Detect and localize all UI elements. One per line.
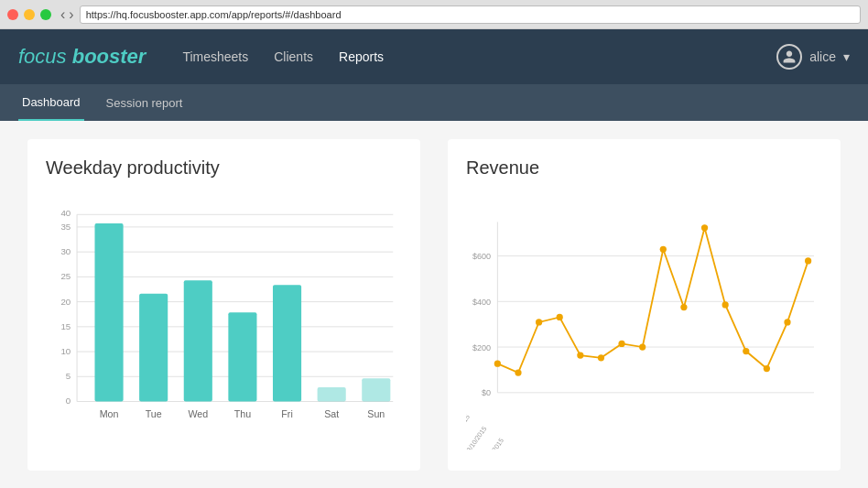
sub-nav-session-report[interactable]: Session report: [103, 84, 187, 121]
person-icon: [782, 49, 797, 64]
browser-chrome: ‹ › https://hq.focusbooster.app.com/app/…: [0, 0, 868, 29]
logo-focus: focus: [18, 45, 67, 68]
weekday-chart-title: Weekday productivity: [46, 157, 402, 179]
data-point-1: [515, 369, 521, 375]
svg-text:Wed: Wed: [188, 408, 208, 419]
svg-text:10: 10: [60, 346, 71, 356]
bar-fri: [273, 285, 301, 401]
svg-text:28/10/2015: 28/10/2015: [466, 425, 488, 450]
user-area[interactable]: alice ▾: [776, 44, 850, 70]
svg-text:0: 0: [66, 396, 71, 406]
svg-text:03/11/2015: 03/11/2015: [496, 449, 522, 450]
data-point-10: [701, 224, 708, 231]
nav-reports[interactable]: Reports: [339, 49, 384, 64]
top-nav: focus booster Timesheets Clients Reports…: [0, 29, 868, 84]
top-charts-row: Weekday productivity 0 5 10 15 20 25: [27, 139, 841, 471]
data-point-11: [722, 301, 729, 308]
svg-text:Fri: Fri: [281, 408, 292, 419]
svg-text:Sun: Sun: [367, 408, 385, 419]
data-point-5: [598, 354, 604, 361]
data-point-14: [784, 319, 790, 325]
data-point-3: [557, 314, 563, 320]
maximize-btn[interactable]: [40, 9, 51, 20]
svg-text:15: 15: [60, 321, 71, 331]
svg-text:30: 30: [60, 246, 71, 256]
sub-nav: Dashboard Session report: [0, 84, 868, 121]
weekday-chart: Weekday productivity 0 5 10 15 20 25: [27, 139, 420, 471]
data-point-0: [494, 361, 501, 367]
data-point-9: [680, 304, 687, 310]
data-point-13: [764, 365, 770, 372]
bar-thu: [228, 312, 256, 401]
x-axis-labels: 14/10/2015 19/10/2015 21/10/2015 23/10/2…: [466, 365, 658, 450]
svg-text:Sat: Sat: [324, 408, 339, 419]
svg-text:30/10/2015: 30/10/2015: [480, 437, 505, 450]
svg-text:5: 5: [66, 371, 71, 381]
forward-icon[interactable]: ›: [69, 7, 73, 22]
svg-text:$0: $0: [482, 388, 491, 397]
svg-text:$600: $600: [472, 252, 491, 261]
nav-clients[interactable]: Clients: [274, 49, 313, 64]
sub-nav-dashboard[interactable]: Dashboard: [18, 84, 84, 121]
revenue-chart-title: Revenue: [466, 157, 822, 179]
logo-booster: booster: [72, 45, 146, 68]
user-dropdown-icon[interactable]: ▾: [843, 49, 850, 64]
bar-sun: [362, 378, 390, 401]
svg-text:25: 25: [60, 271, 71, 281]
data-point-12: [743, 348, 749, 354]
main-content: Weekday productivity 0 5 10 15 20 25: [0, 121, 868, 488]
revenue-line: [497, 228, 808, 373]
nav-timesheets[interactable]: Timesheets: [182, 49, 248, 64]
data-point-15: [805, 257, 811, 264]
svg-text:$400: $400: [472, 298, 491, 307]
data-point-4: [577, 352, 583, 358]
url-bar[interactable]: https://hq.focusbooster.app.com/app/repo…: [80, 5, 861, 24]
bar-mon: [94, 223, 123, 402]
minimize-btn[interactable]: [24, 9, 35, 20]
user-avatar-icon: [776, 44, 802, 70]
back-icon[interactable]: ‹: [60, 7, 65, 22]
browser-nav[interactable]: ‹ ›: [60, 7, 74, 22]
svg-text:$200: $200: [472, 343, 491, 352]
data-point-2: [536, 319, 542, 325]
logo[interactable]: focus booster: [18, 45, 146, 69]
bar-tue: [139, 294, 168, 402]
close-btn[interactable]: [7, 9, 18, 20]
bar-wed: [184, 280, 212, 401]
bar-sat: [318, 387, 346, 402]
username: alice: [809, 49, 836, 64]
svg-text:Thu: Thu: [234, 408, 251, 419]
svg-text:20: 20: [60, 297, 71, 307]
nav-links: Timesheets Clients Reports: [182, 49, 776, 64]
svg-text:40: 40: [60, 208, 71, 218]
svg-text:Tue: Tue: [146, 408, 162, 419]
data-point-7: [639, 343, 646, 350]
data-point-8: [660, 246, 667, 253]
svg-text:Mon: Mon: [100, 408, 119, 419]
revenue-chart-svg: $0 $200 $400 $600: [466, 193, 822, 450]
bar-chart-svg: 0 5 10 15 20 25 30 35 40: [46, 193, 402, 450]
bar-chart-area: 0 5 10 15 20 25 30 35 40: [46, 193, 402, 450]
data-point-6: [618, 341, 624, 347]
svg-text:35: 35: [60, 222, 71, 232]
revenue-chart: Revenue $0 $200 $400 $600: [448, 139, 841, 471]
